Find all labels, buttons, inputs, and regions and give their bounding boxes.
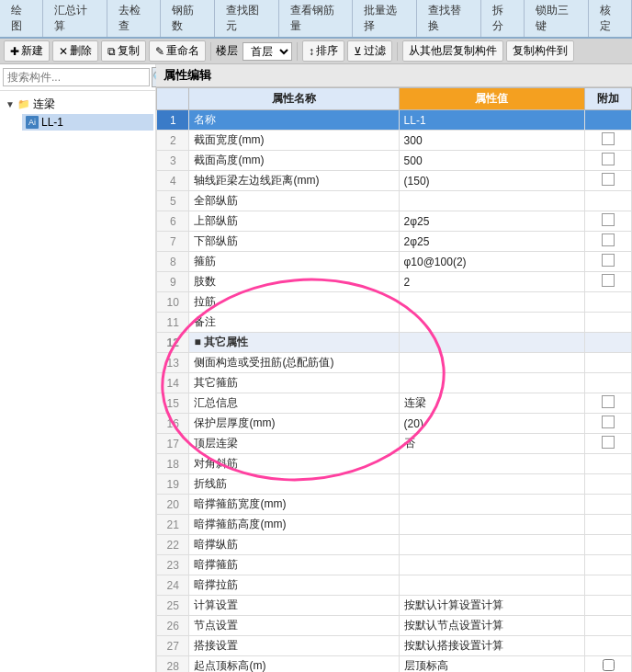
prop-extra-cell[interactable] xyxy=(585,252,632,272)
tab-batch[interactable]: 批量选择 xyxy=(353,0,417,37)
prop-name-cell[interactable]: ■ 其它属性 xyxy=(189,333,399,353)
prop-extra-cell[interactable] xyxy=(585,131,632,151)
delete-button[interactable]: ✕ 删除 xyxy=(52,40,98,62)
prop-name-cell[interactable]: 暗撑箍筋高度(mm) xyxy=(189,515,399,535)
prop-name-cell[interactable]: 下部纵筋 xyxy=(189,232,399,252)
prop-value-cell[interactable] xyxy=(399,313,585,333)
prop-extra-cell[interactable] xyxy=(585,232,632,252)
prop-value-cell[interactable]: 按默认计算设置计算 xyxy=(399,596,585,616)
tab-calc[interactable]: 汇总计算 xyxy=(43,0,107,37)
prop-value-cell[interactable] xyxy=(399,373,585,393)
prop-value-cell[interactable]: 按默认搭接设置计算 xyxy=(399,636,585,656)
tab-audit[interactable]: 核定 xyxy=(589,0,632,37)
prop-extra-cell[interactable] xyxy=(585,292,632,313)
prop-name-cell[interactable]: 箍筋 xyxy=(189,252,399,272)
prop-name-cell[interactable]: 肢数 xyxy=(189,272,399,292)
prop-extra-cell[interactable] xyxy=(585,333,632,353)
prop-value-cell[interactable]: 2 xyxy=(399,272,585,292)
tab-findreplace[interactable]: 查找替换 xyxy=(417,0,481,37)
prop-value-cell[interactable] xyxy=(399,191,585,211)
prop-extra-cell[interactable] xyxy=(585,110,632,131)
prop-value-cell[interactable] xyxy=(399,515,585,535)
prop-extra-cell[interactable] xyxy=(585,575,632,596)
prop-extra-cell[interactable] xyxy=(585,313,632,333)
tab-draw[interactable]: 绘图 xyxy=(0,0,43,37)
prop-name-cell[interactable]: 折线筋 xyxy=(189,474,399,495)
filter-button[interactable]: ⊻ 过滤 xyxy=(347,40,392,62)
prop-name-cell[interactable]: 顶层连梁 xyxy=(189,434,399,454)
prop-extra-cell[interactable] xyxy=(585,434,632,454)
extra-checkbox[interactable] xyxy=(603,659,615,671)
prop-value-cell[interactable] xyxy=(399,292,585,313)
prop-extra-cell[interactable] xyxy=(585,414,632,434)
copy-button[interactable]: ⧉ 复制 xyxy=(101,40,146,62)
prop-extra-cell[interactable] xyxy=(585,535,632,555)
prop-value-cell[interactable]: 按默认节点设置计算 xyxy=(399,616,585,636)
prop-extra-cell[interactable] xyxy=(585,515,632,535)
floor-select[interactable]: 首层 xyxy=(243,42,292,61)
prop-extra-cell[interactable] xyxy=(585,616,632,636)
prop-value-cell[interactable]: 2φ25 xyxy=(399,211,585,232)
tab-rebar-view[interactable]: 查看钢筋量 xyxy=(279,0,354,37)
prop-name-cell[interactable]: 暗撑拉筋 xyxy=(189,575,399,596)
prop-value-cell[interactable]: LL-1 xyxy=(399,110,585,131)
prop-name-cell[interactable]: 截面高度(mm) xyxy=(189,151,399,171)
prop-value-cell[interactable]: 否 xyxy=(399,434,585,454)
prop-value-cell[interactable] xyxy=(399,555,585,575)
prop-value-cell[interactable] xyxy=(399,495,585,515)
prop-extra-cell[interactable] xyxy=(585,656,632,673)
tab-find[interactable]: 查找图元 xyxy=(215,0,279,37)
prop-value-cell[interactable] xyxy=(399,575,585,596)
prop-extra-cell[interactable] xyxy=(585,151,632,171)
prop-value-cell[interactable]: 500 xyxy=(399,151,585,171)
prop-value-cell[interactable]: (20) xyxy=(399,414,585,434)
tab-check[interactable]: 去检查 xyxy=(107,0,161,37)
prop-extra-cell[interactable] xyxy=(585,555,632,575)
prop-name-cell[interactable]: 汇总信息 xyxy=(189,393,399,414)
prop-name-cell[interactable]: 侧面构造或受扭筋(总配筋值) xyxy=(189,353,399,373)
prop-value-cell[interactable] xyxy=(399,333,585,353)
prop-name-cell[interactable]: 其它箍筋 xyxy=(189,373,399,393)
new-button[interactable]: ✚ 新建 xyxy=(4,40,50,62)
prop-extra-cell[interactable] xyxy=(585,636,632,656)
prop-extra-cell[interactable] xyxy=(585,211,632,232)
rename-button[interactable]: ✎ 重命名 xyxy=(149,40,206,62)
prop-name-cell[interactable]: 对角斜筋 xyxy=(189,454,399,474)
tab-split[interactable]: 拆分 xyxy=(481,0,525,37)
tab-lock[interactable]: 锁助三键 xyxy=(525,0,589,37)
from-other-button[interactable]: 从其他层复制构件 xyxy=(402,40,503,62)
prop-value-cell[interactable] xyxy=(399,535,585,555)
prop-value-cell[interactable]: 连梁 xyxy=(399,393,585,414)
sort-button[interactable]: ↕ 排序 xyxy=(302,40,344,62)
prop-name-cell[interactable]: 截面宽度(mm) xyxy=(189,131,399,151)
prop-name-cell[interactable]: 全部纵筋 xyxy=(189,191,399,211)
prop-value-cell[interactable] xyxy=(399,454,585,474)
prop-name-cell[interactable]: 计算设置 xyxy=(189,596,399,616)
prop-extra-cell[interactable] xyxy=(585,171,632,191)
tree-child-ll1[interactable]: Ai LL-1 xyxy=(22,114,153,131)
prop-name-cell[interactable]: 起点顶标高(m) xyxy=(189,656,399,673)
prop-extra-cell[interactable] xyxy=(585,393,632,414)
prop-name-cell[interactable]: 节点设置 xyxy=(189,616,399,636)
prop-extra-cell[interactable] xyxy=(585,596,632,616)
prop-value-cell[interactable] xyxy=(399,353,585,373)
prop-extra-cell[interactable] xyxy=(585,474,632,495)
prop-extra-cell[interactable] xyxy=(585,495,632,515)
prop-extra-cell[interactable] xyxy=(585,191,632,211)
prop-name-cell[interactable]: 暗撑箍筋宽度(mm) xyxy=(189,495,399,515)
prop-name-cell[interactable]: 轴线距梁左边线距离(mm) xyxy=(189,171,399,191)
prop-name-cell[interactable]: 名称 xyxy=(189,110,399,131)
prop-extra-cell[interactable] xyxy=(585,272,632,292)
prop-name-cell[interactable]: 暗撑箍筋 xyxy=(189,555,399,575)
prop-value-cell[interactable]: 层顶标高 xyxy=(399,656,585,673)
copy-construct-button[interactable]: 复制构件到 xyxy=(506,40,574,62)
prop-name-cell[interactable]: 搭接设置 xyxy=(189,636,399,656)
search-input[interactable] xyxy=(3,68,150,86)
prop-value-cell[interactable]: (150) xyxy=(399,171,585,191)
prop-value-cell[interactable]: 300 xyxy=(399,131,585,151)
tree-root[interactable]: ▼ 📁 连梁 xyxy=(2,95,153,114)
prop-name-cell[interactable]: 备注 xyxy=(189,313,399,333)
prop-name-cell[interactable]: 拉筋 xyxy=(189,292,399,313)
prop-value-cell[interactable] xyxy=(399,474,585,495)
prop-value-cell[interactable]: 2φ25 xyxy=(399,232,585,252)
